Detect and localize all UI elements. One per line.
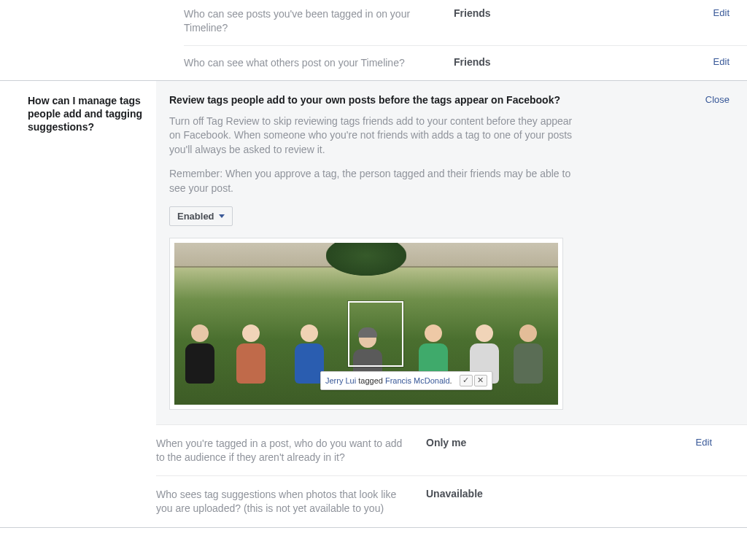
- setting-row-tag-suggestions: Who sees tag suggestions when photos tha…: [156, 475, 747, 527]
- setting-row-others-post: Who can see what others post on your Tim…: [184, 45, 747, 80]
- setting-value: Only me: [426, 437, 616, 448]
- setting-action: Edit: [643, 56, 747, 67]
- tag-review-panel: Close Review tags people add to your own…: [156, 81, 747, 424]
- close-link[interactable]: Close: [705, 94, 729, 105]
- reject-tag-button[interactable]: ✕: [474, 375, 487, 386]
- setting-action: Edit: [616, 437, 729, 448]
- dropdown-value: Enabled: [177, 211, 214, 222]
- panel-description-1: Turn off Tag Review to skip reviewing ta…: [169, 114, 578, 158]
- panel-description-2: Remember: When you approve a tag, the pe…: [169, 167, 578, 195]
- edit-link[interactable]: Edit: [713, 7, 729, 18]
- setting-value: Unavailable: [426, 488, 616, 499]
- setting-value: Friends: [454, 7, 643, 19]
- manage-tags-section: How can I manage tags people add and tag…: [0, 80, 747, 529]
- face-tag-frame: [348, 301, 403, 367]
- settings-container: Who can see posts you've been tagged in …: [0, 0, 747, 528]
- tagger-name[interactable]: Jerry Lui: [325, 376, 356, 385]
- setting-label: Who can see what others post on your Tim…: [184, 56, 454, 70]
- setting-label: When you're tagged in a post, who do you…: [156, 437, 426, 464]
- chevron-down-icon: [219, 214, 225, 218]
- tag-popup-end: .: [450, 376, 452, 385]
- tagged-name[interactable]: Francis McDonald: [385, 376, 450, 385]
- panel-title: Review tags people add to your own posts…: [169, 94, 729, 106]
- edit-link[interactable]: Edit: [713, 56, 729, 67]
- setting-action: Edit: [643, 7, 747, 18]
- edit-link[interactable]: Edit: [696, 437, 712, 448]
- tag-review-dropdown[interactable]: Enabled: [169, 206, 233, 226]
- tag-popup: Jerry Lui tagged Francis McDonald. ✓ ✕: [320, 371, 492, 390]
- tag-review-example-image: Jerry Lui tagged Francis McDonald. ✓ ✕: [169, 238, 563, 410]
- setting-row-tagged-audience: When you're tagged in a post, who do you…: [156, 424, 747, 476]
- setting-row-tagged-posts: Who can see posts you've been tagged in …: [184, 0, 747, 45]
- section-heading: How can I manage tags people add and tag…: [0, 81, 156, 528]
- setting-label: Who sees tag suggestions when photos tha…: [156, 488, 426, 516]
- setting-label: Who can see posts you've been tagged in …: [184, 7, 454, 35]
- timeline-visibility-section: Who can see posts you've been tagged in …: [0, 0, 747, 80]
- tag-sub-settings: When you're tagged in a post, who do you…: [156, 424, 747, 528]
- approve-tag-button[interactable]: ✓: [460, 375, 473, 386]
- expanded-body: Close Review tags people add to your own…: [156, 81, 747, 528]
- tag-popup-middle: tagged: [356, 376, 385, 385]
- example-scene: Jerry Lui tagged Francis McDonald. ✓ ✕: [174, 243, 558, 405]
- setting-value: Friends: [454, 56, 643, 68]
